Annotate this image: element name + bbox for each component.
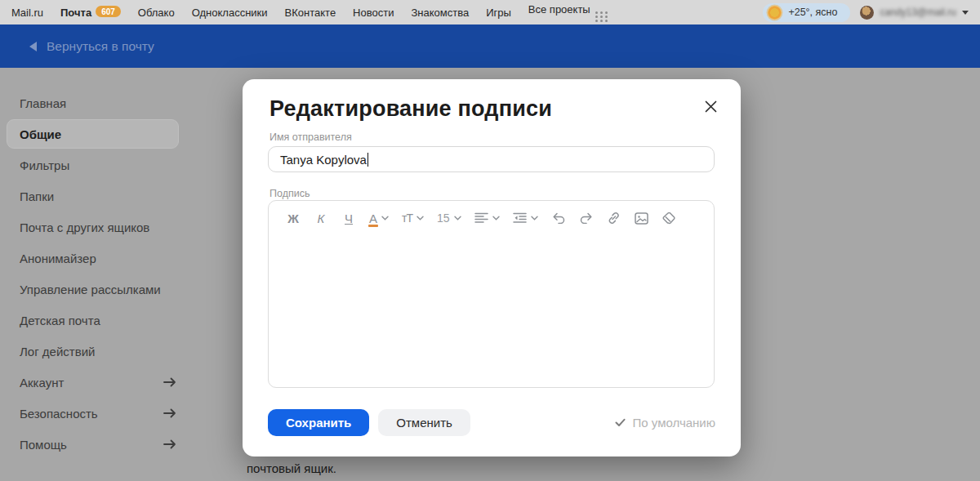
nav-all-projects-label: Все проекты [528, 3, 590, 16]
close-button[interactable] [702, 97, 719, 115]
sidebar-item-label: Управление рассылками [20, 283, 161, 296]
sidebar-item-label: Папки [20, 189, 54, 203]
back-bar: Вернуться в почту [0, 24, 980, 68]
sidebar-item-label: Анонимайзер [20, 252, 96, 265]
portal-topbar-right: +25°, ясно candy13@mail.ru [763, 3, 969, 22]
sidebar-item-newsletters[interactable]: Управление рассылками [0, 274, 196, 305]
close-icon [705, 100, 717, 113]
sidebar-item-folders[interactable]: Папки [0, 180, 196, 212]
sidebar-item-label: Главная [20, 96, 66, 110]
nav-all-projects[interactable]: Все проекты [528, 3, 608, 22]
sidebar-item-label: Фильтры [20, 158, 69, 172]
nav-odnoklassniki[interactable]: Одноклассники [192, 7, 268, 19]
sidebar-item-main[interactable]: Главная [0, 87, 196, 118]
chevron-down-icon [416, 216, 424, 220]
apps-grid-icon [595, 11, 608, 22]
sidebar-item-label: Аккаунт [20, 376, 64, 390]
weather-text: +25°, ясно [788, 7, 837, 18]
underline-button[interactable]: Ч [339, 208, 359, 228]
redo-button[interactable] [577, 208, 596, 228]
undo-icon [552, 212, 565, 224]
chevron-down-icon [962, 11, 969, 15]
font-case-button[interactable]: тТ [399, 208, 426, 228]
sidebar-item-action-log[interactable]: Лог действий [0, 336, 196, 367]
modal-title: Редактирование подписи [270, 96, 552, 122]
sidebar-item-label: Детская почта [20, 314, 100, 327]
bold-button[interactable]: Ж [283, 208, 303, 228]
nav-mailru[interactable]: Mail.ru [11, 7, 43, 19]
font-color-glyph: A [369, 212, 377, 225]
save-button[interactable]: Сохранить [268, 409, 369, 436]
modal-actions: Сохранить Отменить По умолчанию [268, 408, 715, 436]
sender-name-label: Имя отправителя [270, 131, 352, 143]
account-email: candy13@mail.ru [880, 7, 956, 18]
settings-page: Mail.ru Почта607 Облако Одноклассники ВК… [0, 0, 980, 481]
chevron-down-icon [531, 216, 538, 220]
nav-news[interactable]: Новости [353, 7, 394, 19]
background-partial-text: почтовый ящик. [247, 461, 336, 475]
default-checkbox[interactable]: По умолчанию [615, 416, 715, 430]
sidebar-item-label: Безопасность [20, 407, 98, 421]
check-icon [615, 418, 626, 427]
font-color-button[interactable]: A [367, 208, 391, 228]
sidebar-item-security[interactable]: Безопасность [0, 398, 196, 429]
image-icon [635, 212, 648, 225]
font-case-glyph: тТ [402, 212, 412, 225]
back-link-label: Вернуться в почту [47, 39, 154, 54]
sidebar-item-kids-mail[interactable]: Детская почта [0, 305, 196, 336]
chevron-down-icon [454, 216, 461, 220]
signature-editor: Ж К Ч A тТ 15 [268, 200, 715, 388]
link-button[interactable] [604, 208, 624, 228]
signature-body-input[interactable] [269, 235, 714, 387]
undo-button[interactable] [549, 208, 568, 228]
sidebar-item-label: Общие [20, 127, 61, 141]
sun-icon [768, 6, 782, 20]
unread-count-badge: 607 [96, 6, 121, 17]
edit-signature-modal: Редактирование подписи Имя отправителя T… [243, 79, 741, 457]
sidebar-item-label: Лог действий [20, 345, 95, 359]
account-menu[interactable]: candy13@mail.ru [860, 6, 969, 20]
chevron-down-icon [492, 216, 500, 220]
nav-mail-label: Почта [60, 7, 91, 19]
font-size-value: 15 [437, 212, 450, 225]
signature-label: Подпись [270, 188, 310, 199]
portal-nav: Mail.ru Почта607 Облако Одноклассники ВК… [11, 3, 608, 22]
link-icon [607, 212, 621, 225]
insert-image-button[interactable] [632, 208, 652, 228]
sidebar-item-general[interactable]: Общие [0, 118, 196, 149]
sidebar-item-filters[interactable]: Фильтры [0, 149, 196, 180]
text-cursor [368, 153, 369, 167]
redo-icon [580, 212, 593, 224]
sidebar-item-help[interactable]: Помощь [0, 429, 196, 460]
align-button[interactable] [472, 208, 502, 228]
sidebar-item-label: Почта с других ящиков [20, 220, 149, 234]
align-left-icon [474, 212, 488, 224]
italic-button[interactable]: К [311, 208, 331, 228]
chevron-down-icon [381, 216, 389, 220]
weather-widget[interactable]: +25°, ясно [763, 3, 850, 22]
nav-games[interactable]: Игры [486, 7, 511, 19]
nav-vkontakte[interactable]: ВКонтакте [285, 7, 336, 19]
sidebar-item-other-mailboxes[interactable]: Почта с других ящиков [0, 212, 196, 243]
arrow-right-icon [163, 376, 176, 390]
editor-toolbar: Ж К Ч A тТ 15 [269, 201, 714, 228]
settings-sidebar: Главная Общие Фильтры Папки Почта с друг… [0, 87, 196, 460]
sender-name-value: Tanya Kopylova [280, 153, 367, 167]
indent-button[interactable] [510, 208, 541, 228]
arrow-right-icon [163, 407, 176, 421]
nav-cloud[interactable]: Облако [138, 7, 175, 19]
default-checkbox-label: По умолчанию [633, 416, 715, 430]
avatar [860, 6, 874, 20]
indent-icon [513, 212, 527, 224]
back-arrow-icon [29, 42, 37, 51]
sidebar-item-anonymizer[interactable]: Анонимайзер [0, 243, 196, 274]
clear-formatting-button[interactable] [660, 208, 679, 228]
sender-name-input[interactable]: Tanya Kopylova [268, 146, 715, 172]
font-size-select[interactable]: 15 [434, 208, 464, 228]
nav-dating[interactable]: Знакомства [411, 7, 469, 19]
sidebar-item-account[interactable]: Аккаунт [0, 367, 196, 398]
back-to-mail-link[interactable]: Вернуться в почту [29, 39, 154, 54]
cancel-button[interactable]: Отменить [378, 409, 470, 436]
nav-mail[interactable]: Почта607 [60, 6, 121, 19]
portal-topbar: Mail.ru Почта607 Облако Одноклассники ВК… [0, 0, 980, 24]
